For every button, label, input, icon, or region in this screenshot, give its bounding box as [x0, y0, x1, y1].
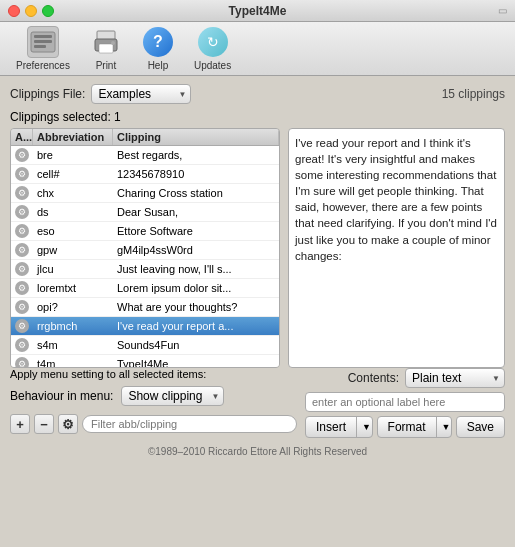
row-abbreviation: jlcu	[33, 261, 113, 277]
content-area: A... Abbreviation Clipping ⚙ bre Best re…	[10, 128, 505, 368]
row-icon: ⚙	[11, 203, 33, 221]
maximize-button[interactable]	[42, 5, 54, 17]
row-icon: ⚙	[11, 355, 33, 367]
minimize-button[interactable]	[25, 5, 37, 17]
row-icon: ⚙	[11, 260, 33, 278]
row-gear-icon: ⚙	[15, 243, 29, 257]
gear-button[interactable]: ⚙	[58, 414, 78, 434]
row-icon: ⚙	[11, 317, 33, 335]
table-row[interactable]: ⚙ bre Best regards,	[11, 146, 279, 165]
print-icon	[90, 26, 122, 58]
row-gear-icon: ⚙	[15, 319, 29, 333]
row-clipping: Ettore Software	[113, 223, 279, 239]
row-icon: ⚙	[11, 241, 33, 259]
preferences-label: Preferences	[16, 60, 70, 71]
table-row[interactable]: ⚙ gpw gM4ilp4ssW0rd	[11, 241, 279, 260]
resize-icon[interactable]: ▭	[498, 5, 507, 16]
row-abbreviation: gpw	[33, 242, 113, 258]
print-button[interactable]: Print	[84, 24, 128, 73]
row-gear-icon: ⚙	[15, 224, 29, 238]
table-body: ⚙ bre Best regards, ⚙ cell# 12345678910 …	[11, 146, 279, 367]
row-clipping: gM4ilp4ssW0rd	[113, 242, 279, 258]
clippings-file-select[interactable]: Examples	[91, 84, 191, 104]
row-abbreviation: eso	[33, 223, 113, 239]
toolbar: Preferences Print ? Help ↻ Updates	[0, 22, 515, 76]
row-gear-icon: ⚙	[15, 167, 29, 181]
col-header-indicator: A...	[11, 129, 33, 145]
row-gear-icon: ⚙	[15, 357, 29, 367]
format-split-button[interactable]: Format ▼	[377, 416, 452, 438]
clippings-selected-label: Clippings selected: 1	[10, 110, 121, 124]
table-row[interactable]: ⚙ eso Ettore Software	[11, 222, 279, 241]
behavior-row: Behaviour in menu: Show clipping	[10, 386, 297, 406]
label-input[interactable]	[305, 392, 505, 412]
help-icon: ?	[142, 26, 174, 58]
add-button[interactable]: +	[10, 414, 30, 434]
row-abbreviation: bre	[33, 147, 113, 163]
row-gear-icon: ⚙	[15, 262, 29, 276]
contents-row: Contents: Plain text Rich text Picture	[305, 368, 505, 388]
apply-row: Apply menu setting to all selected items…	[10, 368, 297, 380]
row-clipping: TypeIt4Me	[113, 356, 279, 367]
clippings-table: A... Abbreviation Clipping ⚙ bre Best re…	[10, 128, 280, 368]
row-clipping: Just leaving now, I'll s...	[113, 261, 279, 277]
table-row[interactable]: ⚙ chx Charing Cross station	[11, 184, 279, 203]
clippings-count: 15 clippings	[442, 87, 505, 101]
filter-input[interactable]	[82, 415, 297, 433]
insert-button[interactable]: Insert	[306, 417, 357, 437]
close-button[interactable]	[8, 5, 20, 17]
row-abbreviation: opi?	[33, 299, 113, 315]
table-row[interactable]: ⚙ jlcu Just leaving now, I'll s...	[11, 260, 279, 279]
row-abbreviation: chx	[33, 185, 113, 201]
table-row[interactable]: ⚙ ds Dear Susan,	[11, 203, 279, 222]
behavior-select-wrapper[interactable]: Show clipping	[121, 386, 224, 406]
window-controls[interactable]	[8, 5, 54, 17]
row-clipping: I've read your report a...	[113, 318, 279, 334]
preferences-button[interactable]: Preferences	[10, 24, 76, 73]
apply-label: Apply menu setting to all selected items…	[10, 368, 206, 380]
row-clipping: Sounds4Fun	[113, 337, 279, 353]
insert-split-button[interactable]: Insert ▼	[305, 416, 373, 438]
svg-rect-3	[34, 45, 46, 48]
preferences-icon	[27, 26, 59, 58]
format-button[interactable]: Format	[378, 417, 437, 437]
row-clipping: 12345678910	[113, 166, 279, 182]
row-icon: ⚙	[11, 222, 33, 240]
row-icon: ⚙	[11, 184, 33, 202]
table-row[interactable]: ⚙ cell# 12345678910	[11, 165, 279, 184]
row-icon: ⚙	[11, 165, 33, 183]
format-arrow[interactable]: ▼	[437, 417, 452, 437]
help-button[interactable]: ? Help	[136, 24, 180, 73]
list-toolbar: + − ⚙	[10, 414, 297, 434]
clippings-file-select-wrapper[interactable]: Examples	[91, 84, 191, 104]
table-row[interactable]: ⚙ opi? What are your thoughts?	[11, 298, 279, 317]
behavior-label: Behaviour in menu:	[10, 389, 113, 403]
contents-select[interactable]: Plain text Rich text Picture	[405, 368, 505, 388]
row-icon: ⚙	[11, 336, 33, 354]
print-label: Print	[96, 60, 117, 71]
row-abbreviation: rrgbmch	[33, 318, 113, 334]
svg-rect-6	[99, 44, 113, 53]
contents-label: Contents:	[348, 371, 399, 385]
updates-button[interactable]: ↻ Updates	[188, 24, 237, 73]
titlebar: TypeIt4Me ▭	[0, 0, 515, 22]
behavior-select[interactable]: Show clipping	[121, 386, 224, 406]
row-clipping: Best regards,	[113, 147, 279, 163]
row-gear-icon: ⚙	[15, 281, 29, 295]
row-abbreviation: ds	[33, 204, 113, 220]
left-bottom: Apply menu setting to all selected items…	[10, 368, 297, 438]
row-clipping: What are your thoughts?	[113, 299, 279, 315]
updates-label: Updates	[194, 60, 231, 71]
row-icon: ⚙	[11, 146, 33, 164]
save-button[interactable]: Save	[456, 416, 505, 438]
table-row[interactable]: ⚙ t4m TypeIt4Me	[11, 355, 279, 367]
insert-arrow[interactable]: ▼	[357, 417, 373, 437]
table-row[interactable]: ⚙ s4m Sounds4Fun	[11, 336, 279, 355]
table-row[interactable]: ⚙ rrgbmch I've read your report a...	[11, 317, 279, 336]
svg-rect-1	[34, 35, 52, 38]
remove-button[interactable]: −	[34, 414, 54, 434]
row-icon: ⚙	[11, 298, 33, 316]
updates-icon: ↻	[197, 26, 229, 58]
table-row[interactable]: ⚙ loremtxt Lorem ipsum dolor sit...	[11, 279, 279, 298]
contents-select-wrapper[interactable]: Plain text Rich text Picture	[405, 368, 505, 388]
